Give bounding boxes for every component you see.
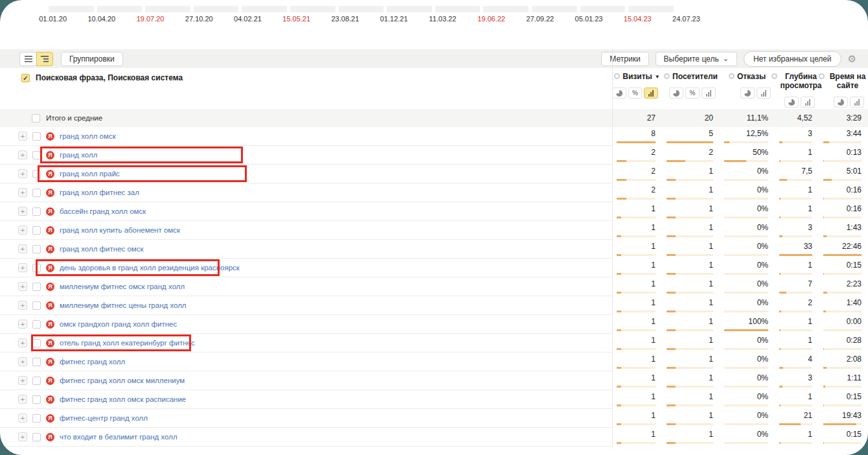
expand-button[interactable]: + (18, 207, 27, 216)
expand-button[interactable]: + (18, 132, 27, 141)
metric-column-label[interactable]: Глубина просмотра (780, 72, 821, 90)
expand-button[interactable]: + (18, 150, 27, 159)
metric-radio[interactable] (664, 73, 670, 79)
percent-display-button[interactable]: % (685, 88, 700, 99)
metric-column-label[interactable]: Посетители (672, 72, 718, 81)
expand-button[interactable]: + (18, 188, 27, 197)
timeline-segment[interactable] (97, 6, 143, 12)
search-phrase-link[interactable]: омск грандхол гранд холл фитнес (60, 320, 177, 328)
row-checkbox[interactable] (32, 151, 41, 159)
percent-display-button[interactable]: % (628, 88, 643, 99)
search-phrase-link[interactable]: гранд холл фитнес омск (60, 245, 144, 253)
search-phrase-link[interactable]: миллениум фитнес цены гранд холл (60, 301, 187, 309)
dimension-checkbox[interactable] (21, 74, 30, 82)
expand-button[interactable]: + (18, 414, 27, 423)
bars-display-button[interactable] (702, 88, 716, 99)
bars-display-button[interactable] (801, 97, 815, 108)
goal-select-button[interactable]: Выберите цель ⌄ (656, 52, 737, 66)
timeline-segment[interactable] (628, 6, 674, 12)
row-checkbox[interactable] (32, 132, 41, 141)
row-checkbox[interactable] (32, 377, 41, 385)
search-phrase-link[interactable]: фитнес-центр гранд холл (60, 414, 148, 422)
metric-column-label[interactable]: Отказы (737, 72, 766, 81)
timeline-segment[interactable] (194, 6, 239, 12)
search-phrase-link[interactable]: бассейн гранд холл омск (60, 207, 146, 215)
row-checkbox[interactable] (32, 170, 41, 178)
expand-button[interactable]: + (18, 432, 27, 441)
bars-display-button[interactable] (850, 97, 864, 108)
row-checkbox[interactable] (32, 339, 41, 347)
expand-button[interactable]: + (18, 301, 27, 310)
pie-display-button[interactable] (669, 88, 683, 99)
expand-button[interactable]: + (18, 357, 27, 366)
metric-radio[interactable] (819, 73, 825, 79)
gear-icon[interactable]: ⚙ (848, 54, 856, 64)
metric-radio[interactable] (729, 73, 735, 79)
row-checkbox[interactable] (32, 264, 41, 272)
row-phrase-cell: +Яфитнес гранд холл (0, 353, 612, 371)
timeline-segment[interactable] (290, 6, 336, 12)
expand-button[interactable]: + (18, 376, 27, 385)
timeline-scroll-strip[interactable] (49, 6, 674, 12)
row-checkbox[interactable] (32, 433, 41, 441)
search-phrase-link[interactable]: фитнес гранд холл омск миллениум (60, 377, 185, 384)
pie-display-button[interactable] (834, 97, 848, 108)
timeline-segment[interactable] (483, 6, 529, 12)
row-checkbox[interactable] (32, 301, 41, 310)
timeline-segment[interactable] (387, 6, 432, 12)
expand-button[interactable]: + (18, 320, 27, 329)
row-checkbox[interactable] (32, 226, 41, 235)
metric-radio[interactable] (771, 73, 777, 79)
timeline-segment[interactable] (532, 6, 577, 12)
row-checkbox[interactable] (32, 358, 41, 366)
expand-button[interactable]: + (18, 226, 27, 235)
metric-value: 2 (709, 148, 713, 157)
timeline-segment[interactable] (435, 6, 481, 12)
search-phrase-link[interactable]: гранд холл фитнес зал (60, 189, 139, 196)
expand-button[interactable]: + (18, 169, 27, 178)
expand-button[interactable]: + (18, 244, 27, 253)
search-phrase-link[interactable]: гранд холл омск (60, 132, 116, 140)
bars-display-button[interactable] (644, 88, 658, 99)
metric-column-label[interactable]: Визиты (622, 72, 652, 81)
pie-display-button[interactable] (784, 97, 799, 108)
totals-checkbox[interactable] (32, 114, 40, 122)
metric-bar-track (667, 273, 713, 275)
pie-display-button[interactable] (740, 88, 755, 99)
pie-display-button[interactable] (612, 88, 626, 99)
tree-view-button[interactable] (36, 52, 53, 66)
row-checkbox[interactable] (32, 245, 41, 253)
search-phrase-link[interactable]: отель гранд холл екатеринбург фитнес (60, 339, 195, 347)
timeline-segment[interactable] (145, 6, 190, 12)
timeline-segment[interactable] (339, 6, 384, 12)
timeline-segment[interactable] (580, 6, 626, 12)
search-phrase-link[interactable]: миллениум фитнес омск гранд холл (60, 283, 185, 290)
metric-column-label[interactable]: Время на сайте (827, 72, 868, 90)
row-checkbox[interactable] (32, 283, 41, 291)
row-checkbox[interactable] (32, 395, 41, 404)
timeline-segment[interactable] (49, 6, 94, 12)
bars-display-button[interactable] (757, 88, 771, 99)
expand-button[interactable]: + (18, 338, 27, 347)
groupings-button[interactable]: Группировки (61, 52, 123, 66)
search-phrase-link[interactable]: фитнес гранд холл омск расписание (60, 395, 186, 403)
row-checkbox[interactable] (32, 189, 41, 197)
row-checkbox[interactable] (32, 320, 41, 329)
row-checkbox[interactable] (32, 207, 41, 216)
metric-radio[interactable] (614, 73, 620, 79)
search-phrase-link[interactable]: гранд холл прайс (60, 170, 120, 178)
row-checkbox[interactable] (32, 414, 41, 423)
expand-button[interactable]: + (18, 395, 27, 404)
favorite-goals-pill[interactable]: Нет избранных целей (744, 51, 841, 67)
expand-button[interactable]: + (18, 282, 27, 291)
timeline-segment[interactable] (242, 6, 287, 12)
expand-button[interactable]: + (18, 263, 27, 272)
metrics-button[interactable]: Метрики (601, 52, 648, 66)
search-phrase-link[interactable]: что входит в безлимит гранд холл (60, 433, 177, 441)
flat-list-view-button[interactable] (19, 52, 36, 66)
search-phrase-link[interactable]: гранд холл купить абонемент омск (60, 226, 180, 234)
search-phrase-link[interactable]: день здоровья в гранд холл резиденция кр… (60, 264, 240, 272)
search-phrase-link[interactable]: фитнес гранд холл (60, 358, 125, 366)
search-phrase-link[interactable]: гранд холл (60, 151, 97, 159)
sort-caret-icon[interactable]: ▼ (655, 74, 660, 80)
